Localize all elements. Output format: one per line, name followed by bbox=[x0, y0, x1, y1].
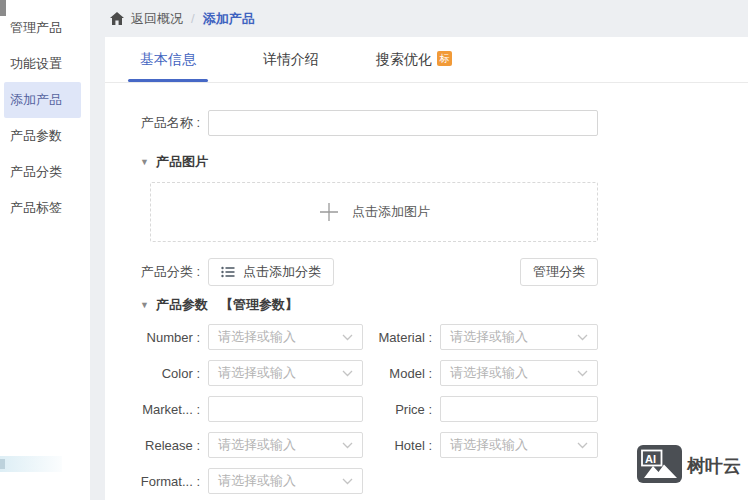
product-category-label: 产品分类 : bbox=[105, 263, 208, 281]
param-label-model: Model : bbox=[363, 366, 440, 381]
product-params-section-header[interactable]: ▼ 产品参数 【管理参数】 bbox=[140, 298, 748, 312]
product-images-section-header[interactable]: ▼ 产品图片 bbox=[140, 155, 748, 169]
upload-hint-text: 点击添加图片 bbox=[352, 203, 430, 221]
chevron-down-icon bbox=[342, 442, 353, 449]
param-select-material[interactable]: 请选择或输入 bbox=[440, 324, 598, 350]
sidebar-item-function-settings[interactable]: 功能设置 bbox=[0, 46, 90, 82]
sidebar-item-manage-products[interactable]: 管理产品 bbox=[0, 10, 90, 46]
plus-icon bbox=[318, 201, 340, 223]
chevron-down-icon bbox=[342, 478, 353, 485]
product-category-row: 产品分类 : 点击添加分类 管理分类 bbox=[105, 258, 598, 286]
product-name-label: 产品名称 : bbox=[105, 114, 208, 132]
select-placeholder: 请选择或输入 bbox=[218, 328, 342, 346]
image-upload-dropzone[interactable]: 点击添加图片 bbox=[150, 182, 598, 242]
tab-detail-intro-label: 详情介绍 bbox=[263, 51, 319, 69]
select-placeholder: 请选择或输入 bbox=[450, 436, 577, 454]
product-images-title: 产品图片 bbox=[156, 153, 208, 171]
svg-text:AI: AI bbox=[645, 453, 656, 465]
param-label-release: Release : bbox=[105, 438, 208, 453]
add-category-button[interactable]: 点击添加分类 bbox=[208, 258, 334, 286]
param-label-hotel: Hotel : bbox=[363, 438, 440, 453]
list-icon bbox=[221, 266, 235, 278]
collapse-triangle-icon: ▼ bbox=[140, 157, 149, 167]
param-select-color[interactable]: 请选择或输入 bbox=[208, 360, 363, 386]
param-label-market: Market... : bbox=[105, 402, 208, 417]
select-placeholder: 请选择或输入 bbox=[450, 328, 577, 346]
sidebar-bottom-highlight bbox=[0, 456, 62, 472]
param-label-format: Format... : bbox=[105, 474, 208, 489]
corner-artifact bbox=[0, 0, 6, 16]
chevron-down-icon bbox=[342, 370, 353, 377]
manage-category-button[interactable]: 管理分类 bbox=[520, 258, 598, 286]
breadcrumb-separator: / bbox=[191, 11, 195, 26]
chevron-down-icon bbox=[577, 334, 588, 341]
breadcrumb: 返回概况 / 添加产品 bbox=[90, 0, 748, 37]
param-select-format[interactable]: 请选择或输入 bbox=[208, 468, 363, 494]
sidebar-item-product-params[interactable]: 产品参数 bbox=[0, 118, 90, 154]
chevron-down-icon bbox=[342, 334, 353, 341]
param-select-model[interactable]: 请选择或输入 bbox=[440, 360, 598, 386]
watermark-logo: AI 树叶云 bbox=[637, 445, 741, 487]
manage-category-label: 管理分类 bbox=[533, 263, 585, 281]
ai-image-icon: AI bbox=[637, 445, 682, 487]
home-icon[interactable] bbox=[110, 12, 124, 25]
brand-name: 树叶云 bbox=[687, 454, 741, 478]
param-select-hotel[interactable]: 请选择或输入 bbox=[440, 432, 598, 458]
breadcrumb-back-link[interactable]: 返回概况 bbox=[131, 10, 183, 28]
select-placeholder: 请选择或输入 bbox=[218, 364, 342, 382]
chevron-down-icon bbox=[577, 442, 588, 449]
seo-badge: 标 bbox=[437, 51, 452, 66]
tab-seo[interactable]: 搜索优化 标 bbox=[374, 37, 454, 82]
param-label-material: Material : bbox=[363, 330, 440, 345]
sidebar-item-product-category[interactable]: 产品分类 bbox=[0, 154, 90, 190]
param-select-release[interactable]: 请选择或输入 bbox=[208, 432, 363, 458]
param-input-price[interactable] bbox=[440, 396, 598, 422]
sidebar-item-product-tags[interactable]: 产品标签 bbox=[0, 190, 90, 226]
param-select-number[interactable]: 请选择或输入 bbox=[208, 324, 363, 350]
content-card: 基本信息 详情介绍 搜索优化 标 产品名称 : ▼ 产品图片 bbox=[105, 37, 748, 500]
manage-params-link[interactable]: 【管理参数】 bbox=[220, 296, 298, 314]
add-category-label: 点击添加分类 bbox=[243, 263, 321, 281]
select-placeholder: 请选择或输入 bbox=[218, 472, 342, 490]
param-label-color: Color : bbox=[105, 366, 208, 381]
chevron-down-icon bbox=[577, 370, 588, 377]
tab-bar: 基本信息 详情介绍 搜索优化 标 bbox=[105, 37, 748, 83]
tab-basic-info[interactable]: 基本信息 bbox=[128, 37, 208, 82]
select-placeholder: 请选择或输入 bbox=[218, 436, 342, 454]
product-name-row: 产品名称 : bbox=[105, 110, 748, 136]
select-placeholder: 请选择或输入 bbox=[450, 364, 577, 382]
param-input-market[interactable] bbox=[208, 396, 363, 422]
tab-basic-info-label: 基本信息 bbox=[140, 51, 196, 69]
param-label-number: Number : bbox=[105, 330, 208, 345]
product-name-input[interactable] bbox=[208, 110, 598, 136]
collapse-triangle-icon: ▼ bbox=[140, 300, 149, 310]
product-form: 产品名称 : ▼ 产品图片 点击添加图片 产品分类 : bbox=[105, 83, 748, 499]
main-area: 返回概况 / 添加产品 基本信息 详情介绍 搜索优化 标 产品名称 : ▼ bbox=[90, 0, 748, 500]
tab-detail-intro[interactable]: 详情介绍 bbox=[251, 37, 331, 82]
param-label-price: Price : bbox=[363, 402, 440, 417]
product-params-title: 产品参数 bbox=[156, 296, 208, 314]
tab-seo-label: 搜索优化 bbox=[376, 51, 432, 69]
breadcrumb-current: 添加产品 bbox=[203, 10, 255, 28]
sidebar: 管理产品 功能设置 添加产品 产品参数 产品分类 产品标签 bbox=[0, 0, 90, 500]
sidebar-item-add-product[interactable]: 添加产品 bbox=[4, 82, 81, 118]
